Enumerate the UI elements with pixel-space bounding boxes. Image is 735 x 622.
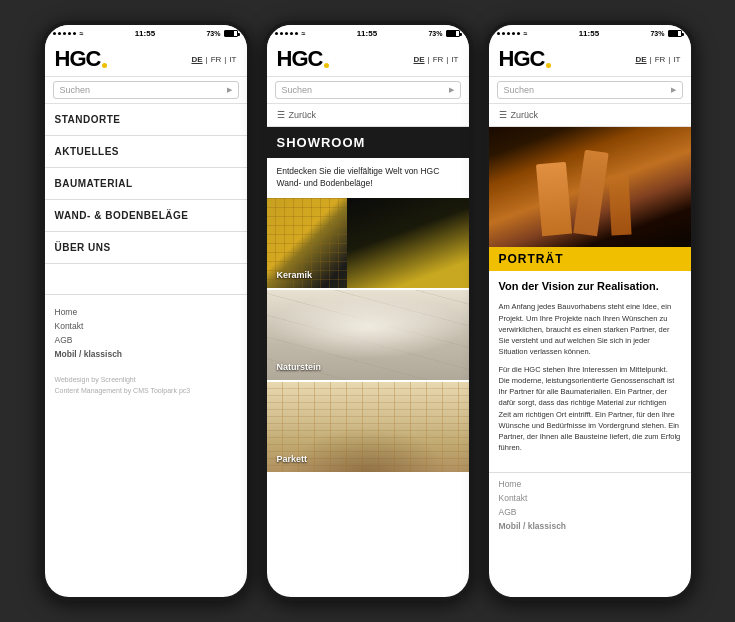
- footer-mobil-1[interactable]: Mobil / klassisch: [55, 349, 237, 359]
- lang-de-3[interactable]: DE: [635, 55, 646, 64]
- search-input-2[interactable]: Suchen ▶: [275, 81, 461, 99]
- portrait-image: [489, 127, 691, 247]
- status-bar-1: ≈ 11:55 73%: [45, 25, 247, 40]
- search-bar-1: Suchen ▶: [45, 77, 247, 104]
- menu-wand[interactable]: WAND- & BODENBELÄGE: [45, 200, 247, 232]
- naturstein-label: Naturstein: [277, 362, 322, 372]
- footer-kontakt-1[interactable]: Kontakt: [55, 321, 237, 331]
- menu-ueber[interactable]: ÜBER UNS: [45, 232, 247, 264]
- lang-de[interactable]: DE: [191, 55, 202, 64]
- showroom-header: SHOWROOM: [267, 127, 469, 158]
- battery-pct: 73%: [206, 30, 220, 37]
- footer-agb-1[interactable]: AGB: [55, 335, 237, 345]
- lang-nav-3[interactable]: DE | FR | IT: [635, 55, 680, 64]
- lang-it-3[interactable]: IT: [673, 55, 680, 64]
- portrait-content: PORTRÄT Von der Vision zur Realisation. …: [489, 127, 691, 597]
- signal-icons: ≈: [53, 30, 84, 37]
- footer-mobil-3[interactable]: Mobil / klassisch: [499, 521, 681, 531]
- menu-baumaterial[interactable]: BAUMATERIAL: [45, 168, 247, 200]
- lang-it-2[interactable]: IT: [451, 55, 458, 64]
- logo-1: HGC: [55, 46, 108, 72]
- header-1: HGC DE | FR | IT: [45, 40, 247, 77]
- wifi-icon-2: ≈: [302, 30, 306, 37]
- footer-kontakt-3[interactable]: Kontakt: [499, 493, 681, 503]
- signal-icons-2: ≈: [275, 30, 306, 37]
- showroom-content: SHOWROOM Entdecken Sie die vielfältige W…: [267, 127, 469, 597]
- battery-pct-3: 73%: [650, 30, 664, 37]
- portrait-para-1: Am Anfang jedes Bauvorhabens steht eine …: [499, 301, 681, 357]
- battery-pct-2: 73%: [428, 30, 442, 37]
- lang-nav-1[interactable]: DE | FR | IT: [191, 55, 236, 64]
- search-bar-2: Suchen ▶: [267, 77, 469, 104]
- search-arrow-2: ▶: [449, 86, 454, 94]
- footer-home-1[interactable]: Home: [55, 307, 237, 317]
- search-input-3[interactable]: Suchen ▶: [497, 81, 683, 99]
- lang-de-2[interactable]: DE: [413, 55, 424, 64]
- status-time: 11:55: [135, 29, 155, 38]
- menu-standorte[interactable]: STANDORTE: [45, 104, 247, 136]
- keramik-label: Keramik: [277, 270, 313, 280]
- battery-icon-3: [668, 30, 682, 37]
- phone-2: ≈ 11:55 73% HGC DE | FR | IT: [263, 21, 473, 601]
- phone-1: ≈ 11:55 73% HGC DE | FR | IT: [41, 21, 251, 601]
- search-input-1[interactable]: Suchen ▶: [53, 81, 239, 99]
- back-arrow-2: ☰: [277, 110, 285, 120]
- wifi-icon-3: ≈: [524, 30, 528, 37]
- search-arrow: ▶: [227, 86, 232, 94]
- status-time-3: 11:55: [579, 29, 599, 38]
- back-arrow-3: ☰: [499, 110, 507, 120]
- tile-parkett[interactable]: Parkett: [267, 382, 469, 472]
- logo-dot-2: [324, 63, 329, 68]
- phone-3: ≈ 11:55 73% HGC DE | FR | IT: [485, 21, 695, 601]
- battery-area-2: 73%: [428, 30, 460, 37]
- footer-home-3[interactable]: Home: [499, 479, 681, 489]
- lang-nav-2[interactable]: DE | FR | IT: [413, 55, 458, 64]
- portrait-para-2: Für die HGC stehen Ihre Interessen im Mi…: [499, 364, 681, 454]
- status-time-2: 11:55: [357, 29, 377, 38]
- lang-fr[interactable]: FR: [211, 55, 222, 64]
- signal-icons-3: ≈: [497, 30, 528, 37]
- footer-links-3: Home Kontakt AGB Mobil / klassisch: [489, 472, 691, 541]
- battery-area: 73%: [206, 30, 238, 37]
- parkett-label: Parkett: [277, 454, 308, 464]
- battery-area-3: 73%: [650, 30, 682, 37]
- showroom-title: SHOWROOM: [277, 135, 459, 150]
- status-bar-2: ≈ 11:55 73%: [267, 25, 469, 40]
- battery-icon-2: [446, 30, 460, 37]
- footer-agb-3[interactable]: AGB: [499, 507, 681, 517]
- lang-fr-3[interactable]: FR: [655, 55, 666, 64]
- menu-aktuelles[interactable]: AKTUELLES: [45, 136, 247, 168]
- back-link-2[interactable]: ☰ Zurück: [267, 104, 469, 127]
- footer-links-1: Home Kontakt AGB Mobil / klassisch: [45, 294, 247, 371]
- portrait-heading: Von der Vision zur Realisation.: [499, 279, 681, 293]
- portrait-label-bar: PORTRÄT: [489, 247, 691, 271]
- logo-dot: [102, 63, 107, 68]
- menu-list: STANDORTE AKTUELLES BAUMATERIAL WAND- & …: [45, 104, 247, 264]
- search-bar-3: Suchen ▶: [489, 77, 691, 104]
- lang-fr-2[interactable]: FR: [433, 55, 444, 64]
- tile-keramik[interactable]: Keramik: [267, 198, 469, 288]
- webdesign-note: Webdesign by Screenlight Content Managem…: [45, 371, 247, 404]
- tile-naturstein[interactable]: Naturstein: [267, 290, 469, 380]
- logo-2: HGC: [277, 46, 330, 72]
- status-bar-3: ≈ 11:55 73%: [489, 25, 691, 40]
- pillar-extra: [608, 175, 631, 236]
- battery-icon: [224, 30, 238, 37]
- back-link-3[interactable]: ☰ Zurück: [489, 104, 691, 127]
- search-arrow-3: ▶: [671, 86, 676, 94]
- showroom-intro: Entdecken Sie die vielfältige Welt von H…: [267, 158, 469, 198]
- portrait-text-content: Von der Vision zur Realisation. Am Anfan…: [489, 271, 691, 468]
- logo-dot-3: [546, 63, 551, 68]
- wifi-icon: ≈: [80, 30, 84, 37]
- menu-content: STANDORTE AKTUELLES BAUMATERIAL WAND- & …: [45, 104, 247, 597]
- portrait-label: PORTRÄT: [499, 252, 681, 266]
- logo-3: HGC: [499, 46, 552, 72]
- lang-it[interactable]: IT: [229, 55, 236, 64]
- header-2: HGC DE | FR | IT: [267, 40, 469, 77]
- header-3: HGC DE | FR | IT: [489, 40, 691, 77]
